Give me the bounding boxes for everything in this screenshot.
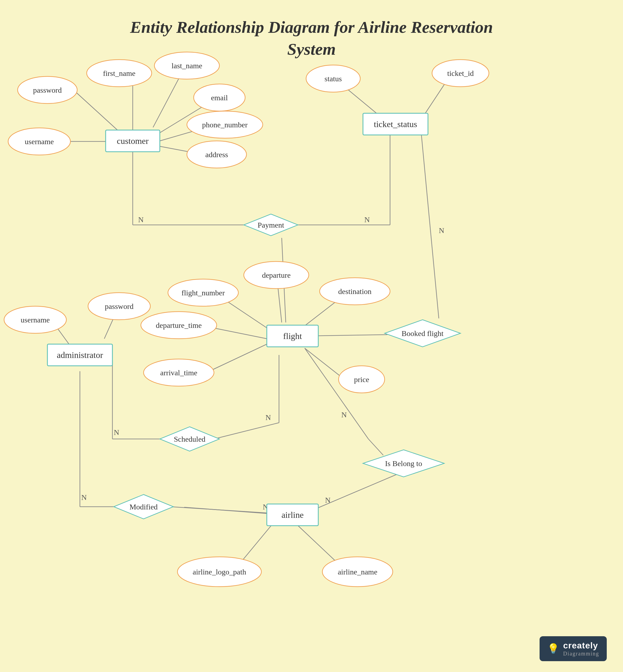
svg-line-34 — [305, 348, 368, 439]
svg-text:N: N — [114, 428, 119, 437]
svg-line-37 — [305, 471, 404, 514]
departure-time-label: departure_time — [156, 321, 202, 329]
creately-bulb-icon: 💡 — [547, 643, 559, 654]
svg-line-21 — [206, 344, 267, 373]
flight-label: flight — [283, 331, 302, 341]
svg-line-44 — [171, 507, 267, 513]
booked-flight-label: Booked flight — [402, 329, 444, 338]
price-label: price — [354, 375, 369, 384]
svg-text:N: N — [341, 410, 347, 419]
svg-text:N: N — [439, 226, 444, 235]
status-label: status — [325, 75, 342, 83]
svg-text:N: N — [364, 215, 370, 224]
payment-label: Payment — [258, 221, 284, 229]
email-label: email — [211, 93, 228, 102]
svg-line-22 — [305, 348, 343, 378]
departure-label: departure — [262, 271, 291, 280]
username-admin-label: username — [21, 316, 50, 324]
first-name-label: first_name — [103, 69, 136, 78]
creately-label: creately — [563, 641, 599, 651]
username-cust-label: username — [25, 137, 54, 146]
creately-badge: 💡 creately Diagramming — [540, 636, 607, 661]
administrator-label: administrator — [57, 350, 103, 360]
ticket-status-label: ticket_status — [374, 119, 417, 129]
svg-line-35 — [368, 439, 383, 455]
is-belong-to-label: Is Belong to — [385, 459, 422, 468]
customer-label: customer — [117, 136, 149, 146]
ticket-id-label: ticket_id — [447, 69, 474, 78]
svg-line-32 — [214, 423, 279, 439]
svg-text:N: N — [265, 413, 271, 421]
er-diagram: N N N N N N N N N N — [0, 0, 623, 672]
flight-number-label: flight_number — [181, 289, 225, 297]
svg-line-15 — [421, 133, 439, 318]
password-cust-label: password — [33, 86, 62, 94]
svg-text:N: N — [325, 496, 330, 504]
airline-name-label: airline_name — [338, 568, 377, 576]
modified-label: Modified — [129, 503, 158, 511]
svg-text:N: N — [81, 493, 87, 502]
airline-logo-path-label: airline_logo_path — [192, 568, 246, 576]
destination-label: destination — [338, 287, 372, 296]
last-name-label: last_name — [172, 61, 202, 70]
airline-label: airline — [281, 510, 304, 520]
address-label: address — [205, 150, 228, 159]
password-admin-label: password — [105, 302, 134, 311]
svg-line-0 — [76, 92, 122, 134]
scheduled-label: Scheduled — [174, 435, 206, 443]
creately-sub-label: Diagramming — [563, 651, 599, 657]
arrival-time-label: arrival_time — [160, 369, 198, 377]
svg-text:N: N — [138, 215, 144, 224]
phone-number-label: phone_number — [202, 121, 248, 129]
